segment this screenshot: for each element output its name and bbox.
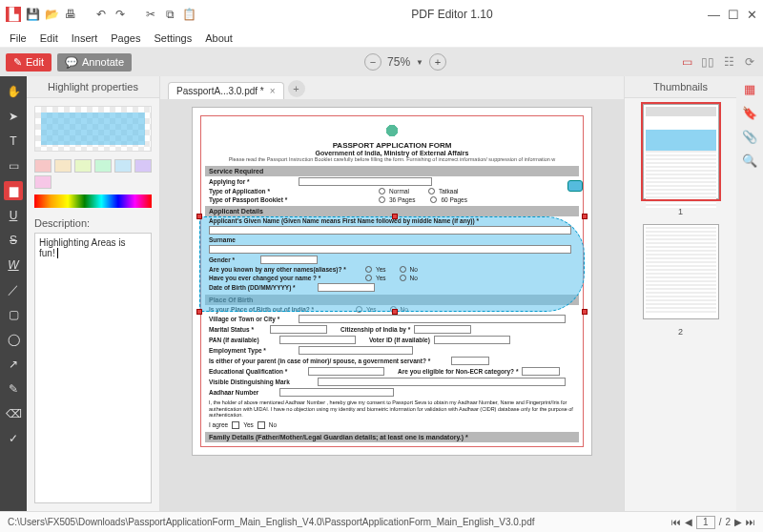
menu-insert[interactable]: Insert (72, 32, 98, 44)
squiggle-tool-icon[interactable]: W (4, 256, 23, 275)
hue-picker[interactable] (34, 194, 152, 208)
fld-employment[interactable] (299, 346, 413, 355)
fld-non-ecr[interactable] (522, 367, 560, 376)
radio-36[interactable] (379, 196, 385, 203)
fld-applying-for[interactable] (299, 177, 432, 186)
zoom-dropdown-icon[interactable]: ▼ (416, 58, 423, 67)
arrow-tool-icon[interactable]: ↗ (4, 355, 23, 374)
radio-60[interactable] (430, 196, 437, 203)
document-tab[interactable]: PassportA...3.0.pdf * × (168, 82, 284, 99)
minimize-button[interactable]: — (708, 8, 720, 22)
edit-mode-button[interactable]: ✎Edit (6, 53, 52, 72)
prev-page-icon[interactable]: ◀ (685, 517, 692, 527)
radio-alias-yes[interactable] (365, 266, 372, 273)
select-tool-icon[interactable]: ➤ (4, 107, 23, 126)
fld-given-name[interactable] (209, 226, 571, 235)
thumbnails-icon[interactable]: ▦ (744, 82, 755, 96)
strike-tool-icon[interactable]: S (4, 231, 23, 250)
resize-handle-se[interactable] (582, 309, 588, 315)
rect-tool-icon[interactable]: ▢ (4, 305, 23, 324)
menu-pages[interactable]: Pages (111, 32, 140, 44)
fld-citizenship[interactable] (414, 325, 471, 334)
swatch[interactable] (34, 159, 52, 173)
lbl-agree: I agree (209, 421, 228, 428)
eraser-tool-icon[interactable]: ⌫ (4, 404, 23, 423)
circle-tool-icon[interactable]: ◯ (4, 330, 23, 349)
fld-gender[interactable] (260, 256, 318, 264)
bookmarks-icon[interactable]: 🔖 (742, 106, 757, 120)
swatch[interactable] (94, 159, 112, 173)
stamp-tool-icon[interactable]: ✓ (4, 429, 23, 448)
menu-file[interactable]: File (10, 32, 27, 44)
swatch[interactable] (34, 175, 52, 189)
save-icon[interactable]: 💾 (25, 7, 40, 22)
menu-about[interactable]: About (205, 32, 233, 44)
fld-edu[interactable] (308, 367, 384, 376)
swatch[interactable] (74, 159, 92, 173)
fld-marks[interactable] (318, 378, 566, 386)
fld-pan[interactable] (279, 336, 356, 344)
cut-icon[interactable]: ✂ (143, 7, 158, 22)
annotate-mode-button[interactable]: 💬Annotate (57, 53, 132, 72)
form-title: PASSPORT APPLICATION FORM (205, 141, 579, 150)
fld-parent-gov[interactable] (451, 357, 489, 365)
fld-village[interactable] (299, 315, 566, 323)
pencil-tool-icon[interactable]: ✎ (4, 379, 23, 399)
rotate-icon[interactable]: ⟳ (742, 54, 757, 70)
chk-agree-yes[interactable] (232, 421, 239, 429)
search-icon[interactable]: 🔍 (742, 153, 757, 168)
fld-marital[interactable] (270, 325, 327, 334)
highlight-tool-icon[interactable]: ▆ (4, 181, 23, 200)
swatch[interactable] (134, 159, 152, 173)
fld-dob[interactable] (318, 283, 375, 292)
fld-voter[interactable] (434, 336, 510, 344)
line-tool-icon[interactable]: ／ (4, 280, 23, 299)
thumbnail-1[interactable] (643, 104, 719, 199)
next-page-icon[interactable]: ▶ (734, 517, 742, 527)
layout-single-icon[interactable]: ▭ (679, 54, 694, 70)
swatch[interactable] (114, 159, 132, 173)
annotation-note-icon[interactable] (567, 180, 583, 192)
swatch[interactable] (54, 159, 72, 173)
tab-close-icon[interactable]: × (270, 86, 276, 96)
radio-chg-yes[interactable] (365, 275, 372, 281)
layout-facing-icon[interactable]: ▯▯ (700, 54, 715, 70)
resize-handle-s[interactable] (392, 309, 398, 315)
underline-tool-icon[interactable]: U (4, 206, 23, 225)
new-tab-button[interactable]: + (288, 80, 305, 97)
radio-tatkaal[interactable] (428, 188, 435, 194)
fld-surname[interactable] (209, 245, 571, 254)
paste-icon[interactable]: 📋 (181, 7, 196, 22)
zoom-out-button[interactable]: − (364, 53, 382, 71)
radio-normal[interactable] (379, 188, 385, 194)
page-viewport[interactable]: PASSPORT APPLICATION FORM Government of … (160, 99, 624, 511)
copy-icon[interactable]: ⧉ (162, 7, 177, 22)
hand-tool-icon[interactable]: ✋ (4, 82, 23, 101)
resize-handle-ne[interactable] (582, 214, 588, 219)
zoom-level[interactable]: 75% (387, 55, 410, 69)
page-number-input[interactable]: 1 (696, 516, 715, 529)
chk-agree-no[interactable] (258, 421, 265, 429)
menu-edit[interactable]: Edit (40, 32, 58, 44)
undo-icon[interactable]: ↶ (93, 7, 109, 22)
zoom-in-button[interactable]: + (429, 53, 446, 71)
redo-icon[interactable]: ↷ (113, 7, 128, 22)
print-icon[interactable]: 🖶 (63, 7, 78, 22)
thumbnail-2[interactable] (643, 224, 719, 319)
open-icon[interactable]: 📂 (44, 7, 59, 22)
fld-aadhaar[interactable] (279, 388, 394, 397)
note-tool-icon[interactable]: ▭ (4, 156, 23, 175)
maximize-button[interactable]: ☐ (728, 8, 739, 22)
close-button[interactable]: ✕ (747, 8, 757, 22)
last-page-icon[interactable]: ⏭ (746, 517, 755, 527)
text-tool-icon[interactable]: T (4, 132, 23, 151)
resize-handle-sw[interactable] (196, 309, 202, 315)
radio-alias-no[interactable] (400, 266, 406, 273)
radio-chg-no[interactable] (400, 275, 406, 281)
menu-settings[interactable]: Settings (154, 32, 192, 44)
attachments-icon[interactable]: 📎 (742, 130, 757, 144)
description-input[interactable]: Highlighting Areas is fun! (34, 233, 152, 503)
layout-continuous-icon[interactable]: ☷ (721, 54, 736, 70)
resize-handle-nw[interactable] (196, 214, 202, 219)
first-page-icon[interactable]: ⏮ (671, 517, 681, 527)
